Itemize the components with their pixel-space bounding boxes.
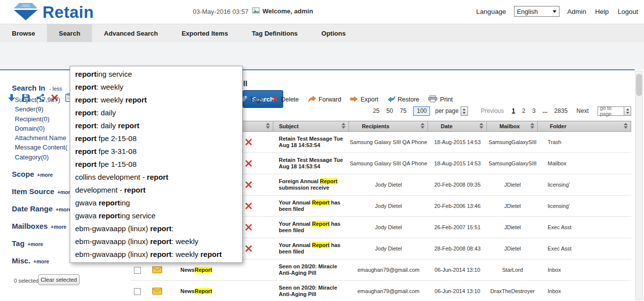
goto-page-stepper[interactable] [624,106,631,116]
page-number-last[interactable]: 2835 [555,107,568,114]
search-suggestion[interactable]: ebm-gwavaapp (linux) report: weekly [70,235,242,248]
previous-page-button[interactable]: Previous [481,107,504,114]
sort-arrows-icon[interactable] [530,123,534,129]
section-more-toggle[interactable]: +more [34,258,49,264]
search-suggestion[interactable]: report: daily report [70,119,242,132]
column-header-date[interactable]: Date [428,121,487,131]
table-row[interactable]: News ReportSeen on 20/20: Miracle Anti-A… [130,281,631,301]
search-in-item[interactable]: Attachment Name [15,133,67,143]
section-more-toggle[interactable]: +more [28,241,43,247]
deleted-status-icon [245,196,252,216]
action-print-button[interactable]: Print [428,95,453,104]
search-suggestion[interactable]: gwava reporting [70,197,242,209]
page-number-2[interactable]: 2 [522,107,525,114]
clear-selected-button[interactable]: Clear selected [38,274,80,285]
select-caret-icon [553,10,557,13]
sidebar-section-mailboxes[interactable]: Mailboxes+more [12,222,66,230]
page-size-75[interactable]: 75 [400,107,406,114]
section-more-toggle[interactable]: +more [56,206,72,212]
sort-arrows-icon[interactable] [479,123,483,129]
page-size-25[interactable]: 25 [373,107,379,114]
column-header-mailbox[interactable]: Mailbox [487,121,538,131]
stepper-up-icon[interactable] [463,108,466,110]
search-suggestion[interactable]: report: weekly report [70,94,242,106]
row-checkbox[interactable] [134,267,141,274]
tab-advanced-search[interactable]: Advanced Search [92,24,170,42]
highlighted-term: Report [320,178,337,184]
sidebar-section-tag[interactable]: Tag+more [12,239,43,248]
section-more-toggle[interactable]: +more [51,224,67,230]
page-number-1[interactable]: 1 [512,107,515,114]
search-in-item[interactable]: Subject(17,987) [15,95,67,104]
stepper-down-icon[interactable] [626,112,629,114]
vertical-scrollbar[interactable] [635,71,643,300]
sidebar-section-daterange[interactable]: Date Range+more [12,204,71,213]
action-restore-button[interactable]: Restore [387,96,420,104]
column-header-folder[interactable]: Folder [538,121,631,131]
search-in-item[interactable]: Recipient(0) [15,114,67,124]
deleted-status-icon [245,217,252,238]
search-suggestion[interactable]: reporting service [70,68,242,81]
sort-arrows-icon[interactable] [342,123,345,129]
scrollbar-thumb[interactable] [636,74,642,96]
search-suggestion[interactable]: report: weekly [70,81,242,94]
recipients-cell: Jody Dietel [349,217,428,238]
search-suggestion[interactable]: report fpe 3-31-08 [70,145,242,158]
header-links: AdminHelpLogout [567,8,638,15]
stepper-down-icon[interactable] [463,112,466,114]
header-right-nav: Language English AdminHelpLogout [476,6,638,17]
action-forward-button[interactable]: Forward [308,96,342,104]
sidebar-section-itemsource[interactable]: Item Source+more [12,187,73,196]
tab-search[interactable]: Search [47,24,92,42]
search-in-less-toggle[interactable]: - less [49,86,62,92]
tab-tag-definitions[interactable]: Tag Definitions [240,24,309,42]
header-link-help[interactable]: Help [595,8,609,15]
action-label: Forward [319,96,342,103]
row-checkbox[interactable] [134,288,141,295]
search-suggestion[interactable]: report fpe 2-15-08 [70,132,242,145]
search-suggestion[interactable]: ebm-gwavaapp (linux) report: [70,222,242,235]
language-select[interactable]: English [514,6,559,17]
tab-exported-items[interactable]: Exported Items [170,24,240,42]
search-suggestion[interactable]: ebm-gwavaapp (linux) report: weekly repo… [70,248,242,261]
search-suggestion[interactable]: report fpe 1-15-08 [70,158,242,171]
search-suggestion[interactable]: development - report [70,184,242,197]
goto-page-input[interactable]: go to page [598,106,624,116]
search-in-item[interactable]: Domain(0) [15,124,67,133]
logo-text: Retain [43,3,94,22]
stepper-up-icon[interactable] [626,108,629,110]
search-suggestion[interactable]: collins development - report [70,171,242,184]
action-tags-button[interactable]: Tags [240,95,263,104]
header-link-logout[interactable]: Logout [618,8,638,15]
recipients-cell: emaughan79@gmail.com [349,281,428,301]
page-number-3[interactable]: 3 [532,107,536,114]
page-size-50[interactable]: 50 [386,107,393,114]
column-header-recipients[interactable]: Recipients [349,121,428,131]
restore-icon [387,96,395,104]
search-in-item[interactable]: Category(0) [15,152,67,162]
sidebar-section-misc[interactable]: Misc.+more [12,256,49,265]
search-suggestions-dropdown: reporting servicereport: weeklyreport: w… [70,66,243,263]
section-more-toggle[interactable]: +more [37,172,53,178]
column-header-subject[interactable]: Subject [273,121,349,131]
sort-arrows-icon[interactable] [266,123,270,129]
tab-options[interactable]: Options [309,24,357,42]
mailbox-cell: DraxTheDestroyer [487,281,538,301]
sidebar-section-scope[interactable]: Scope+more [12,170,53,178]
search-in-item[interactable]: Message Content( [15,143,67,152]
search-in-item[interactable]: Sender(9) [15,104,67,114]
header-link-admin[interactable]: Admin [567,8,586,15]
next-page-button[interactable]: Next [576,107,589,114]
deleted-status-icon [245,238,252,259]
per-page-stepper[interactable] [461,106,468,116]
sort-arrows-icon[interactable] [421,123,425,129]
search-in-heading[interactable]: Search In- less [12,84,62,92]
selected-count-label: 0 selected [14,278,39,284]
search-suggestion[interactable]: report: daily [70,106,242,119]
search-suggestion[interactable]: gwava reporting service [70,209,242,222]
action-delete-button[interactable]: Delete [272,96,299,103]
sort-arrows-icon[interactable] [624,123,628,129]
action-export-button[interactable]: Export [350,96,378,103]
tab-browse[interactable]: Browse [0,24,47,42]
page-size-100-selected[interactable]: 100 [413,106,430,116]
